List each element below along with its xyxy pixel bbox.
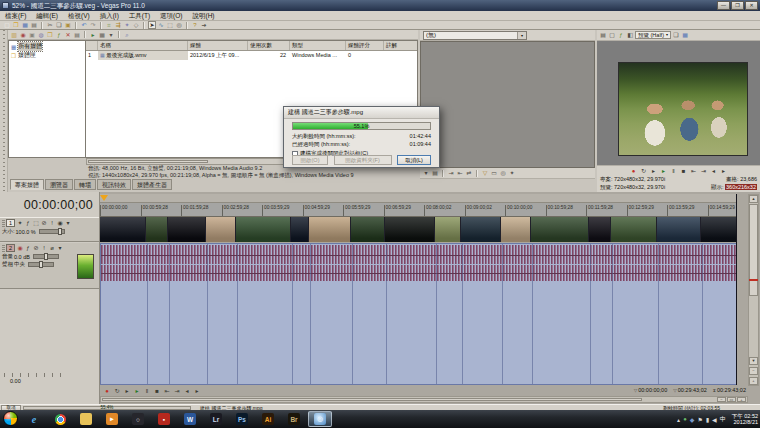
auto-preview-icon[interactable]: ▸ bbox=[89, 31, 97, 39]
media-column-header[interactable]: 名稱 bbox=[98, 41, 188, 50]
chevron-down-icon[interactable]: ▾ bbox=[517, 32, 526, 39]
interactive-tutorials-icon[interactable]: ? bbox=[191, 21, 199, 29]
menu-item-insert[interactable]: 插入(I) bbox=[95, 11, 124, 20]
next-frame-icon[interactable]: ▸ bbox=[193, 387, 201, 395]
timeline-vertical-scrollbar[interactable]: ▲ ▼ − + bbox=[748, 194, 759, 386]
menu-item-edit[interactable]: 編輯(E) bbox=[31, 11, 63, 20]
video-event[interactable] bbox=[206, 217, 236, 242]
audio-track-header[interactable]: 2 ◉ƒ⊘!ø▾ 音量 0.0 dB 聲相 中央 bbox=[0, 243, 99, 289]
vegas-icon[interactable]: ◎ bbox=[308, 411, 332, 427]
go-to-end-icon[interactable]: ⇥ bbox=[173, 387, 181, 395]
photo-viewer-icon[interactable]: ○ bbox=[126, 411, 150, 427]
trimmer-display[interactable] bbox=[420, 41, 595, 168]
minimize-button[interactable]: — bbox=[717, 1, 730, 10]
video-event[interactable] bbox=[291, 217, 309, 242]
track-zoom-in-icon[interactable]: + bbox=[749, 377, 758, 385]
track-solo-icon[interactable]: ! bbox=[40, 244, 48, 252]
ie-icon[interactable]: e bbox=[22, 411, 46, 427]
video-event[interactable] bbox=[146, 217, 168, 242]
video-track-header[interactable]: 1 ✦ƒ⬚⊘!◉▾ 大小: 100.0 % bbox=[0, 217, 99, 242]
media-column-header[interactable]: 使用次數 bbox=[248, 41, 290, 50]
selection-end-time[interactable]: ▽00:29:43;02 bbox=[673, 387, 707, 393]
bypass-motion-blur-icon[interactable]: ✦ bbox=[16, 219, 24, 227]
horizontal-scroll-thumb[interactable] bbox=[102, 398, 642, 401]
trimmer-history-icon[interactable]: ▾ bbox=[422, 169, 430, 177]
loop-playback-icon[interactable]: ↻ bbox=[113, 387, 121, 395]
track-fx-icon[interactable]: ƒ bbox=[24, 244, 32, 252]
normal-edit-tool-icon[interactable]: ➤ bbox=[148, 21, 156, 29]
automation-settings-icon[interactable]: ▾ bbox=[56, 244, 64, 252]
trimmer-media-selector[interactable]: (無) ▾ bbox=[423, 31, 527, 40]
preview-quality-selector[interactable]: 預覽 (Half) ▾ bbox=[635, 31, 671, 39]
tree-item-media-bins[interactable]: ❒媒體匣 bbox=[9, 51, 85, 60]
project-properties-icon[interactable]: ▤ bbox=[30, 21, 38, 29]
tab-transitions[interactable]: 轉場 bbox=[74, 179, 96, 190]
red-media-app-icon[interactable]: ▪ bbox=[152, 411, 176, 427]
undo-icon[interactable]: ↶ bbox=[80, 21, 88, 29]
timeline-zoom-in-icon[interactable]: + bbox=[737, 397, 746, 402]
arm-record-icon[interactable]: ◉ bbox=[16, 244, 24, 252]
video-event[interactable] bbox=[501, 217, 531, 242]
add-media-from-cursor-icon[interactable]: ⇥ bbox=[447, 169, 455, 177]
envelope-tool-icon[interactable]: ∿ bbox=[157, 21, 165, 29]
audio-track-number[interactable]: 2 bbox=[6, 244, 15, 252]
stop-icon[interactable]: ■ bbox=[153, 387, 161, 395]
audio-event[interactable] bbox=[100, 243, 737, 385]
trimmer-settings-icon[interactable]: ✦ bbox=[508, 169, 516, 177]
track-fx-icon[interactable]: ƒ bbox=[24, 219, 32, 227]
table-row[interactable]: 1▦ 最後完成版.wmv2012/6/19 上午 09...22Windows … bbox=[86, 51, 417, 60]
video-track-number[interactable]: 1 bbox=[6, 219, 15, 227]
video-event[interactable] bbox=[657, 217, 701, 242]
redo-icon[interactable]: ↷ bbox=[89, 21, 97, 29]
transfer-regions-icon[interactable]: ⇄ bbox=[465, 169, 473, 177]
close-button[interactable]: ✕ bbox=[745, 1, 758, 10]
remove-media-icon[interactable]: ✕ bbox=[64, 31, 72, 39]
timeline-marker-icon[interactable] bbox=[100, 195, 108, 201]
scroll-down-icon[interactable]: ▼ bbox=[749, 357, 758, 365]
menu-item-view[interactable]: 檢視(V) bbox=[63, 11, 95, 20]
trimmer-marker-icon[interactable]: ▽ bbox=[481, 169, 489, 177]
video-event[interactable] bbox=[100, 217, 146, 242]
paste-icon[interactable]: ▣ bbox=[64, 21, 72, 29]
automation-settings-icon[interactable]: ◉ bbox=[56, 219, 64, 227]
edit-cursor[interactable] bbox=[736, 194, 737, 385]
new-bin-icon[interactable]: ❒ bbox=[46, 31, 54, 39]
video-event[interactable] bbox=[435, 217, 461, 242]
dialog-title[interactable]: 建構 國道二三事參步驟.mpg bbox=[284, 107, 439, 119]
play-icon[interactable]: ▸ bbox=[660, 167, 668, 175]
tab-explorer[interactable]: 瀏覽器 bbox=[45, 179, 73, 190]
taskbar-clock[interactable]: 下午 02:52 2012/8/21 bbox=[729, 413, 758, 426]
selection-tool-icon[interactable]: ⬚ bbox=[166, 21, 174, 29]
video-level-slider[interactable] bbox=[39, 229, 65, 234]
media-column-header[interactable]: 媒體評分 bbox=[346, 41, 384, 50]
playback-rate-value[interactable]: 0.00 bbox=[10, 378, 21, 384]
auto-ripple-icon[interactable]: ⇶ bbox=[114, 21, 122, 29]
menu-item-options[interactable]: 選項(O) bbox=[155, 11, 187, 20]
tab-project-media[interactable]: 專案媒體 bbox=[10, 179, 44, 190]
tray-antivirus-icon[interactable]: ● bbox=[683, 416, 687, 422]
selection-start-time[interactable]: ▽00:00:00;00 bbox=[634, 387, 668, 393]
media-column-header[interactable]: 類型 bbox=[290, 41, 346, 50]
cut-icon[interactable]: ✂ bbox=[46, 21, 54, 29]
go-to-start-icon[interactable]: ⇤ bbox=[690, 167, 698, 175]
project-video-properties-icon[interactable]: ▤ bbox=[599, 31, 607, 39]
explorer-icon[interactable] bbox=[74, 411, 98, 427]
chrome-icon[interactable] bbox=[48, 411, 72, 427]
video-event[interactable] bbox=[168, 217, 206, 242]
bridge-icon[interactable]: Br bbox=[282, 411, 306, 427]
copy-snapshot-icon[interactable]: ❏ bbox=[672, 31, 680, 39]
video-event[interactable] bbox=[385, 217, 435, 242]
tab-video-fx[interactable]: 視訊特效 bbox=[97, 179, 131, 190]
time-ruler[interactable]: 00:00:00;0000:00:59;2800:01:59;2800:02:5… bbox=[100, 203, 737, 217]
loop-playback-icon[interactable]: ↻ bbox=[640, 167, 648, 175]
maximize-button[interactable]: ❐ bbox=[731, 1, 744, 10]
phase-invert-icon[interactable]: ø bbox=[48, 244, 56, 252]
split-screen-view-icon[interactable]: ◧ bbox=[626, 31, 634, 39]
tray-volume-icon[interactable]: ◀ bbox=[712, 416, 717, 423]
open-button[interactable]: 開啟(O) bbox=[292, 155, 328, 165]
track-solo-icon[interactable]: ! bbox=[48, 219, 56, 227]
menu-item-file[interactable]: 檔案(F) bbox=[0, 11, 31, 20]
external-monitor-icon[interactable]: ▢ bbox=[608, 31, 616, 39]
timeline-zoom-slider[interactable]: ▭ bbox=[727, 397, 736, 402]
pan-slider[interactable] bbox=[28, 262, 54, 267]
